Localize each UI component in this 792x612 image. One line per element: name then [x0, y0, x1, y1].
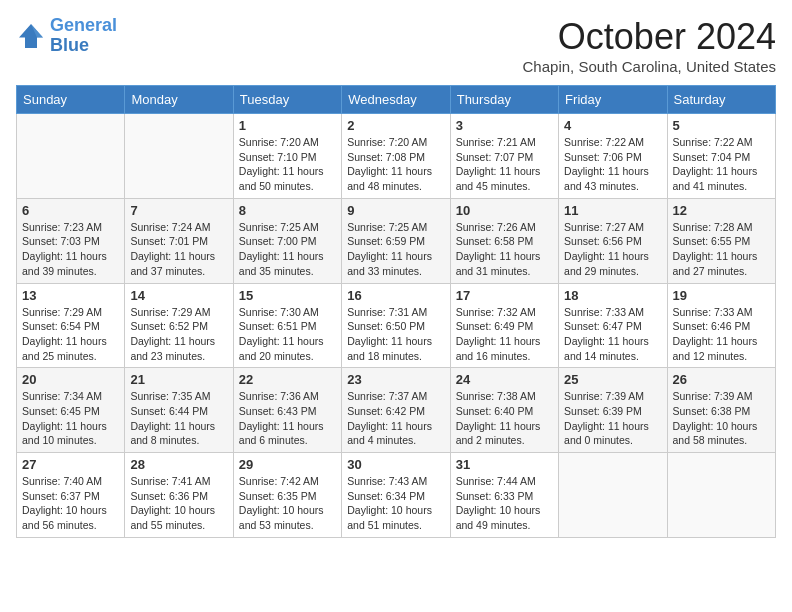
cell-content: Sunrise: 7:27 AM Sunset: 6:56 PM Dayligh…: [564, 220, 661, 279]
calendar-cell: 16Sunrise: 7:31 AM Sunset: 6:50 PM Dayli…: [342, 283, 450, 368]
cell-content: Sunrise: 7:25 AM Sunset: 6:59 PM Dayligh…: [347, 220, 444, 279]
day-number: 1: [239, 118, 336, 133]
calendar-cell: 30Sunrise: 7:43 AM Sunset: 6:34 PM Dayli…: [342, 453, 450, 538]
cell-content: Sunrise: 7:42 AM Sunset: 6:35 PM Dayligh…: [239, 474, 336, 533]
cell-content: Sunrise: 7:44 AM Sunset: 6:33 PM Dayligh…: [456, 474, 553, 533]
day-number: 7: [130, 203, 227, 218]
weekday-header: Thursday: [450, 86, 558, 114]
calendar-cell: [125, 114, 233, 199]
day-number: 4: [564, 118, 661, 133]
cell-content: Sunrise: 7:33 AM Sunset: 6:47 PM Dayligh…: [564, 305, 661, 364]
calendar-cell: 25Sunrise: 7:39 AM Sunset: 6:39 PM Dayli…: [559, 368, 667, 453]
calendar-cell: [667, 453, 775, 538]
weekday-header: Saturday: [667, 86, 775, 114]
day-number: 29: [239, 457, 336, 472]
day-number: 22: [239, 372, 336, 387]
cell-content: Sunrise: 7:29 AM Sunset: 6:52 PM Dayligh…: [130, 305, 227, 364]
day-number: 9: [347, 203, 444, 218]
weekday-header: Monday: [125, 86, 233, 114]
calendar-cell: 27Sunrise: 7:40 AM Sunset: 6:37 PM Dayli…: [17, 453, 125, 538]
day-number: 13: [22, 288, 119, 303]
cell-content: Sunrise: 7:34 AM Sunset: 6:45 PM Dayligh…: [22, 389, 119, 448]
calendar-cell: 13Sunrise: 7:29 AM Sunset: 6:54 PM Dayli…: [17, 283, 125, 368]
cell-content: Sunrise: 7:22 AM Sunset: 7:04 PM Dayligh…: [673, 135, 770, 194]
day-number: 28: [130, 457, 227, 472]
calendar-week-row: 27Sunrise: 7:40 AM Sunset: 6:37 PM Dayli…: [17, 453, 776, 538]
cell-content: Sunrise: 7:23 AM Sunset: 7:03 PM Dayligh…: [22, 220, 119, 279]
calendar-cell: 12Sunrise: 7:28 AM Sunset: 6:55 PM Dayli…: [667, 198, 775, 283]
day-number: 5: [673, 118, 770, 133]
calendar-cell: 5Sunrise: 7:22 AM Sunset: 7:04 PM Daylig…: [667, 114, 775, 199]
calendar-cell: 23Sunrise: 7:37 AM Sunset: 6:42 PM Dayli…: [342, 368, 450, 453]
cell-content: Sunrise: 7:38 AM Sunset: 6:40 PM Dayligh…: [456, 389, 553, 448]
cell-content: Sunrise: 7:30 AM Sunset: 6:51 PM Dayligh…: [239, 305, 336, 364]
day-number: 2: [347, 118, 444, 133]
calendar-cell: 8Sunrise: 7:25 AM Sunset: 7:00 PM Daylig…: [233, 198, 341, 283]
calendar-cell: 29Sunrise: 7:42 AM Sunset: 6:35 PM Dayli…: [233, 453, 341, 538]
day-number: 23: [347, 372, 444, 387]
day-number: 17: [456, 288, 553, 303]
calendar-week-row: 13Sunrise: 7:29 AM Sunset: 6:54 PM Dayli…: [17, 283, 776, 368]
day-number: 6: [22, 203, 119, 218]
day-number: 8: [239, 203, 336, 218]
cell-content: Sunrise: 7:20 AM Sunset: 7:08 PM Dayligh…: [347, 135, 444, 194]
day-number: 21: [130, 372, 227, 387]
calendar-cell: 7Sunrise: 7:24 AM Sunset: 7:01 PM Daylig…: [125, 198, 233, 283]
title-block: October 2024 Chapin, South Carolina, Uni…: [523, 16, 776, 75]
calendar-cell: 28Sunrise: 7:41 AM Sunset: 6:36 PM Dayli…: [125, 453, 233, 538]
day-number: 20: [22, 372, 119, 387]
cell-content: Sunrise: 7:39 AM Sunset: 6:38 PM Dayligh…: [673, 389, 770, 448]
day-number: 10: [456, 203, 553, 218]
calendar-cell: 18Sunrise: 7:33 AM Sunset: 6:47 PM Dayli…: [559, 283, 667, 368]
day-number: 27: [22, 457, 119, 472]
calendar-week-row: 6Sunrise: 7:23 AM Sunset: 7:03 PM Daylig…: [17, 198, 776, 283]
logo-icon: [16, 21, 46, 51]
day-number: 25: [564, 372, 661, 387]
cell-content: Sunrise: 7:20 AM Sunset: 7:10 PM Dayligh…: [239, 135, 336, 194]
cell-content: Sunrise: 7:39 AM Sunset: 6:39 PM Dayligh…: [564, 389, 661, 448]
cell-content: Sunrise: 7:32 AM Sunset: 6:49 PM Dayligh…: [456, 305, 553, 364]
cell-content: Sunrise: 7:28 AM Sunset: 6:55 PM Dayligh…: [673, 220, 770, 279]
day-number: 24: [456, 372, 553, 387]
weekday-header-row: SundayMondayTuesdayWednesdayThursdayFrid…: [17, 86, 776, 114]
calendar-cell: 21Sunrise: 7:35 AM Sunset: 6:44 PM Dayli…: [125, 368, 233, 453]
day-number: 30: [347, 457, 444, 472]
cell-content: Sunrise: 7:43 AM Sunset: 6:34 PM Dayligh…: [347, 474, 444, 533]
cell-content: Sunrise: 7:41 AM Sunset: 6:36 PM Dayligh…: [130, 474, 227, 533]
calendar-cell: [559, 453, 667, 538]
day-number: 14: [130, 288, 227, 303]
day-number: 11: [564, 203, 661, 218]
calendar-cell: 19Sunrise: 7:33 AM Sunset: 6:46 PM Dayli…: [667, 283, 775, 368]
logo-line2: Blue: [50, 35, 89, 55]
calendar: SundayMondayTuesdayWednesdayThursdayFrid…: [16, 85, 776, 538]
calendar-cell: 6Sunrise: 7:23 AM Sunset: 7:03 PM Daylig…: [17, 198, 125, 283]
weekday-header: Tuesday: [233, 86, 341, 114]
cell-content: Sunrise: 7:36 AM Sunset: 6:43 PM Dayligh…: [239, 389, 336, 448]
cell-content: Sunrise: 7:26 AM Sunset: 6:58 PM Dayligh…: [456, 220, 553, 279]
day-number: 26: [673, 372, 770, 387]
cell-content: Sunrise: 7:33 AM Sunset: 6:46 PM Dayligh…: [673, 305, 770, 364]
logo-line1: General: [50, 15, 117, 35]
calendar-cell: 31Sunrise: 7:44 AM Sunset: 6:33 PM Dayli…: [450, 453, 558, 538]
cell-content: Sunrise: 7:35 AM Sunset: 6:44 PM Dayligh…: [130, 389, 227, 448]
calendar-cell: 22Sunrise: 7:36 AM Sunset: 6:43 PM Dayli…: [233, 368, 341, 453]
calendar-week-row: 20Sunrise: 7:34 AM Sunset: 6:45 PM Dayli…: [17, 368, 776, 453]
calendar-week-row: 1Sunrise: 7:20 AM Sunset: 7:10 PM Daylig…: [17, 114, 776, 199]
calendar-cell: 9Sunrise: 7:25 AM Sunset: 6:59 PM Daylig…: [342, 198, 450, 283]
weekday-header: Wednesday: [342, 86, 450, 114]
cell-content: Sunrise: 7:21 AM Sunset: 7:07 PM Dayligh…: [456, 135, 553, 194]
weekday-header: Sunday: [17, 86, 125, 114]
calendar-cell: 17Sunrise: 7:32 AM Sunset: 6:49 PM Dayli…: [450, 283, 558, 368]
cell-content: Sunrise: 7:22 AM Sunset: 7:06 PM Dayligh…: [564, 135, 661, 194]
location: Chapin, South Carolina, United States: [523, 58, 776, 75]
page-header: General Blue October 2024 Chapin, South …: [16, 16, 776, 75]
calendar-cell: 20Sunrise: 7:34 AM Sunset: 6:45 PM Dayli…: [17, 368, 125, 453]
day-number: 19: [673, 288, 770, 303]
calendar-cell: 1Sunrise: 7:20 AM Sunset: 7:10 PM Daylig…: [233, 114, 341, 199]
calendar-cell: 15Sunrise: 7:30 AM Sunset: 6:51 PM Dayli…: [233, 283, 341, 368]
day-number: 3: [456, 118, 553, 133]
day-number: 16: [347, 288, 444, 303]
day-number: 12: [673, 203, 770, 218]
logo-text: General Blue: [50, 16, 117, 56]
weekday-header: Friday: [559, 86, 667, 114]
